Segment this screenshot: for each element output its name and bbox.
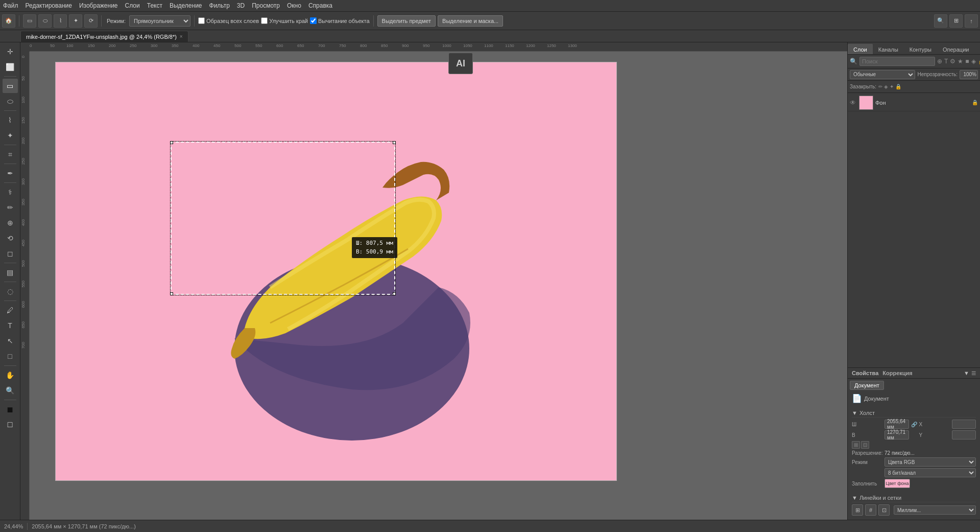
canvas-section-title[interactable]: ▼ Холст [852,409,976,418]
select-mask-btn[interactable]: Выделение и маска... [438,15,503,27]
tool-marquee-rect[interactable]: ▭ [3,79,18,93]
fill-icon-1[interactable]: ✏ [878,84,882,89]
tool-gradient[interactable]: ▤ [3,265,18,280]
menu-image[interactable]: Изображение [79,2,118,9]
grid-unit-select[interactable]: Миллим... [894,505,976,515]
menu-text[interactable]: Текст [147,2,162,9]
layers-type-icon[interactable]: T [944,58,948,65]
tool-move[interactable]: ✛ [3,44,18,59]
fill-color-swatch[interactable]: Цвет фона [885,479,910,488]
share-btn[interactable]: ↑ [965,14,978,28]
grid-section-title[interactable]: ▼ Линейки и сетки [852,494,976,502]
layer-eye-icon[interactable]: 👁 [850,99,857,106]
tool-eraser[interactable]: ◻ [3,246,18,261]
tool-shape[interactable]: □ [3,349,18,363]
menu-filter[interactable]: Фильтр [209,2,230,9]
menu-edit[interactable]: Редактирование [26,2,72,9]
tool-blur[interactable]: ◌ [3,284,18,298]
tool-hand[interactable]: ✋ [3,368,18,382]
grid-icon-2[interactable]: # [865,504,876,516]
checkbox-refine-edge[interactable]: Улучшить край [261,17,308,24]
tab-channels[interactable]: Каналы [873,44,904,54]
tab-history[interactable]: История [974,44,980,54]
fill-icon-2[interactable]: ◈ [884,84,888,89]
canvas-x-val[interactable] [952,420,976,429]
doc-tab[interactable]: mike-dorner-sf_1ZDA1YFw-unsplash.jpg @ 2… [20,31,188,42]
props-collapse-btn[interactable]: ▼ [964,370,969,376]
menu-layers[interactable]: Слои [125,2,140,9]
props-menu-btn[interactable]: ☰ [971,371,976,376]
tool-crop[interactable]: ⌗ [3,147,18,161]
select-rect-btn[interactable]: ▭ [23,14,36,28]
layers-filter-icon[interactable]: ⊕ [937,58,942,65]
layers-search-icon[interactable]: 🔍 [850,58,857,65]
tab-layers[interactable]: Слои [848,44,873,54]
layer-item-bg[interactable]: 👁 Фон 🔒 [848,94,980,111]
fill-icon-4[interactable]: 🔒 [895,84,901,89]
layers-locked-icon[interactable]: 🔒 [978,58,980,65]
tool-marquee-ellipse[interactable]: ⬭ [3,94,18,108]
grid-icon-3[interactable]: ⊡ [878,504,890,516]
fill-icon-3[interactable]: ✦ [890,84,894,89]
x-key: X [919,422,950,427]
select-lasso-btn[interactable]: ⌇ [54,14,67,28]
correction-tab[interactable]: Коррекция [882,370,912,376]
tool-brush[interactable]: ✏ [3,200,18,215]
select-magic-btn[interactable]: ✦ [69,14,82,28]
menu-view[interactable]: Просмотр [252,2,280,9]
grid-icon-1[interactable]: ⊞ [852,504,863,516]
layers-effect-icon[interactable]: ★ [958,58,963,65]
canvas-width-val[interactable]: 2055,64 мм [885,420,909,429]
layers-adj-icon[interactable]: ⚙ [950,58,955,65]
search-btn[interactable]: 🔍 [934,14,947,28]
select-ellipse-btn[interactable]: ⬭ [38,14,52,28]
canvas-height-val[interactable]: 1270,71 мм [885,430,909,440]
layers-color-icon[interactable]: ■ [965,58,969,65]
mode-key: Режим [852,459,882,465]
tab-actions[interactable]: Операции [937,44,974,54]
canvas-content[interactable]: Ш: 807,5 мм В: 500,9 мм AI [30,52,847,520]
tool-zoom[interactable]: 🔍 [3,383,18,398]
tool-eyedropper[interactable]: ✒ [3,166,18,180]
layers-smart-icon[interactable]: ◈ [971,58,976,65]
tool-quick-select[interactable]: ✦ [3,128,18,143]
tab-paths[interactable]: Контуры [904,44,937,54]
mode-select[interactable]: Прямоугольник [129,15,190,27]
resize-image-icon[interactable]: ⊡ [861,441,869,449]
tool-path-select[interactable]: ↖ [3,334,18,348]
canvas-y-val[interactable] [952,430,976,440]
color-mode-select[interactable]: Цвета RGB [885,457,976,467]
canvas-area[interactable]: 0 50 100 150 200 250 300 350 400 450 500… [20,42,847,520]
tool-spot-heal[interactable]: ⚕ [3,185,18,199]
tool-lasso[interactable]: ⌇ [3,113,18,127]
layers-list: 👁 Фон 🔒 [848,93,980,367]
tool-history-brush[interactable]: ⟲ [3,231,18,245]
checkbox-all-layers[interactable]: Образец всех слоев [198,17,259,24]
tool-pen[interactable]: 🖊 [3,303,18,317]
home-btn[interactable]: 🏠 [2,14,15,28]
bit-depth-select[interactable]: 8 бит/канал [885,468,976,477]
menu-help[interactable]: Справка [308,2,332,9]
menu-3d[interactable]: 3D [237,2,245,9]
layers-search-input[interactable] [859,57,935,66]
tab-close-btn[interactable]: × [180,34,183,39]
menu-bar: Файл Редактирование Изображение Слои Тек… [0,0,980,12]
props-tab-document[interactable]: Документ [850,381,884,390]
arrange-btn[interactable]: ⊞ [949,14,963,28]
menu-file[interactable]: Файл [3,2,18,9]
blend-mode-select[interactable]: Обычные [850,70,915,79]
opacity-input[interactable] [960,70,978,79]
checkbox-subtract-obj[interactable]: Вычитание объекта [310,17,370,24]
select-quick-btn[interactable]: ⟳ [84,14,98,28]
resize-canvas-icon[interactable]: ⊞ [852,441,860,449]
layer-lock-icon[interactable]: 🔒 [972,100,978,105]
menu-select[interactable]: Выделение [170,2,202,9]
menu-window[interactable]: Окно [287,2,301,9]
select-subject-btn[interactable]: Выделить предмет [377,15,436,27]
link-icon[interactable]: 🔗 [911,422,917,427]
tool-artboard[interactable]: ⬜ [3,60,18,74]
foreground-color-swatch[interactable]: ■ [3,402,18,417]
tool-stamp[interactable]: ⊕ [3,216,18,230]
tool-text[interactable]: T [3,318,18,333]
background-color-swatch[interactable]: □ [3,418,18,432]
